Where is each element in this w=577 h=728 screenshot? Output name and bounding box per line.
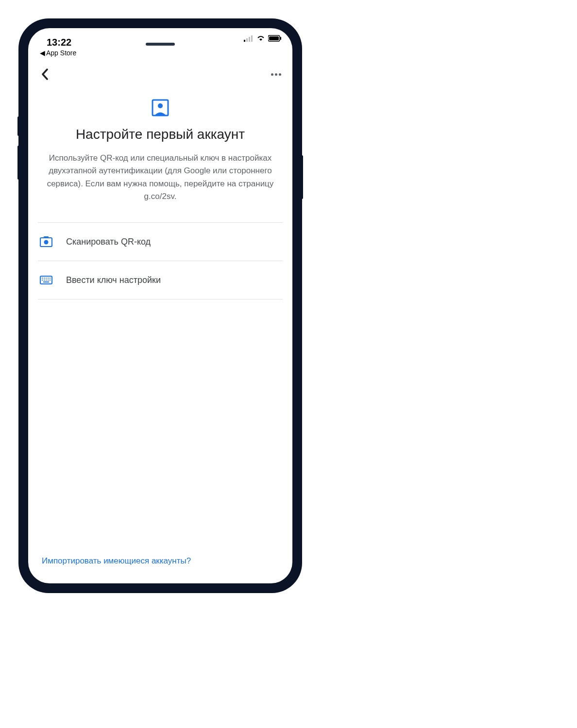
svg-rect-17 bbox=[50, 278, 51, 279]
svg-rect-6 bbox=[280, 37, 281, 40]
content: Настройте первый аккаунт Используйте QR-… bbox=[28, 87, 292, 583]
dot-icon bbox=[279, 73, 281, 76]
svg-point-11 bbox=[44, 240, 49, 245]
svg-rect-18 bbox=[42, 280, 43, 281]
svg-rect-15 bbox=[46, 278, 47, 279]
spacer bbox=[38, 299, 283, 546]
nav-bar bbox=[28, 59, 292, 87]
more-menu-button[interactable] bbox=[269, 67, 283, 81]
svg-rect-3 bbox=[251, 35, 253, 42]
scan-qr-option[interactable]: Сканировать QR-код bbox=[38, 223, 283, 261]
svg-point-8 bbox=[158, 103, 163, 108]
page-title: Настройте первый аккаунт bbox=[38, 127, 283, 142]
status-icons bbox=[244, 35, 282, 42]
enter-key-option[interactable]: Ввести ключ настройки bbox=[38, 261, 283, 299]
back-to-app-link[interactable]: ◀ App Store bbox=[40, 49, 281, 57]
option-label: Ввести ключ настройки bbox=[66, 275, 161, 285]
back-app-label: App Store bbox=[46, 49, 76, 57]
account-box-icon bbox=[151, 99, 170, 117]
svg-rect-10 bbox=[44, 236, 49, 238]
wifi-icon bbox=[256, 35, 265, 42]
keyboard-icon bbox=[40, 274, 52, 286]
status-bar: 13:22 ◀ App Store bbox=[28, 28, 292, 59]
svg-rect-20 bbox=[46, 280, 47, 281]
page-description: Используйте QR-код или специальный ключ … bbox=[38, 152, 283, 203]
back-triangle-icon: ◀ bbox=[40, 49, 45, 57]
camera-icon bbox=[40, 235, 52, 248]
battery-icon bbox=[268, 35, 282, 42]
svg-rect-14 bbox=[44, 278, 45, 279]
svg-rect-5 bbox=[269, 36, 279, 40]
phone-frame: 13:22 ◀ App Store bbox=[19, 19, 301, 592]
svg-rect-13 bbox=[42, 278, 43, 279]
back-button[interactable] bbox=[38, 67, 51, 81]
svg-rect-16 bbox=[48, 278, 49, 279]
import-accounts-link[interactable]: Импортировать имеющиеся аккаунты? bbox=[38, 546, 283, 583]
dot-icon bbox=[271, 73, 273, 76]
screen: 13:22 ◀ App Store bbox=[28, 28, 292, 583]
dot-icon bbox=[275, 73, 277, 76]
svg-rect-1 bbox=[246, 38, 248, 42]
svg-rect-21 bbox=[48, 280, 49, 281]
phone-side-button bbox=[300, 155, 303, 199]
option-label: Сканировать QR-код bbox=[66, 237, 151, 247]
svg-rect-0 bbox=[244, 40, 245, 42]
phone-side-button bbox=[17, 146, 19, 180]
chevron-left-icon bbox=[41, 68, 48, 80]
hero-icon-container bbox=[38, 87, 283, 127]
svg-rect-19 bbox=[44, 280, 45, 281]
svg-rect-2 bbox=[249, 37, 250, 42]
svg-rect-23 bbox=[43, 281, 49, 282]
svg-rect-22 bbox=[50, 280, 51, 281]
phone-side-button bbox=[17, 116, 19, 136]
signal-icon bbox=[244, 35, 254, 42]
option-list: Сканировать QR-код bbox=[38, 222, 283, 299]
